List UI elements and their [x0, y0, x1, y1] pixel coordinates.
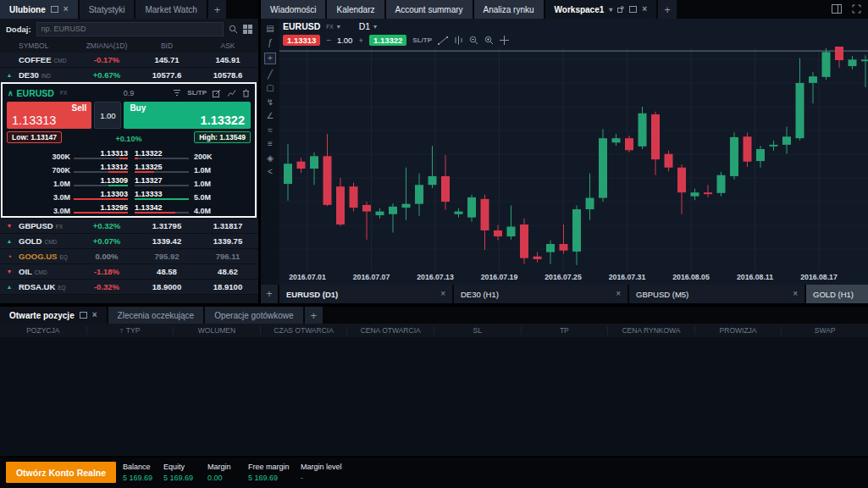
- chart-tab-de30[interactable]: DE30 (H1) ×: [454, 285, 628, 303]
- tab-workspace1[interactable]: Workspace1 ▾ ×: [545, 0, 657, 19]
- watchlist-row-de30[interactable]: ▲ DE30IND +0.67% 10577.6 10578.6: [0, 68, 258, 83]
- ask-depth-bar[interactable]: 1.13322: [135, 149, 189, 162]
- chevron-down-icon[interactable]: ▾: [609, 6, 612, 14]
- chart-buy-button[interactable]: 1.13322: [369, 35, 406, 46]
- chart-sell-button[interactable]: 1.13313: [283, 35, 320, 46]
- layout-icon[interactable]: [832, 4, 842, 14]
- chart-tab-gbpusd[interactable]: GBPUSD (M5) ×: [629, 285, 804, 303]
- candle[interactable]: [284, 164, 292, 184]
- bid-depth-bar[interactable]: 1.13313: [74, 149, 128, 162]
- close-icon[interactable]: ×: [609, 290, 621, 298]
- watchlist-row-gbpusd[interactable]: ▼ GBPUSDFX +0.32% 1.31795 1.31817: [0, 219, 258, 234]
- angle-tool-icon[interactable]: ∠: [267, 112, 274, 120]
- watchlist-row-oil[interactable]: ▼ OILCMD -1.18% 48.58 48.62: [0, 264, 258, 280]
- volume-stepper[interactable]: 1.00: [94, 102, 121, 129]
- sltp-button[interactable]: SL/TP: [412, 36, 432, 44]
- rectangle-tool-icon[interactable]: ▢: [266, 84, 274, 92]
- market-depth-icon[interactable]: [173, 89, 181, 97]
- candle[interactable]: [428, 176, 437, 185]
- candle[interactable]: [534, 257, 542, 259]
- candle[interactable]: [665, 154, 673, 168]
- chevron-down-icon[interactable]: ▾: [337, 23, 340, 30]
- ask-depth-bar[interactable]: 1.13342: [135, 203, 189, 216]
- add-workspace-tab-button[interactable]: +: [658, 0, 677, 19]
- candle[interactable]: [336, 186, 345, 225]
- timeframe-selector[interactable]: D1: [359, 21, 370, 31]
- tab-ulubione[interactable]: Ulubione ×: [0, 0, 78, 19]
- filter-icon[interactable]: T: [119, 328, 123, 334]
- tab-wiadomosci[interactable]: Wiadomości: [261, 0, 325, 19]
- column-swap[interactable]: SWAP: [782, 326, 868, 335]
- candle[interactable]: [520, 225, 528, 258]
- volume-profile-icon[interactable]: ≡: [268, 140, 273, 148]
- sltp-button[interactable]: SL/TP: [187, 89, 207, 97]
- wave-tool-icon[interactable]: ≈: [268, 126, 273, 135]
- bid-value[interactable]: 10577.6: [136, 70, 197, 80]
- bid-value[interactable]: 1.31795: [136, 221, 197, 230]
- bid-depth-bar[interactable]: 1.13312: [74, 163, 128, 175]
- candle[interactable]: [362, 205, 371, 212]
- symbol-search-input[interactable]: [36, 22, 224, 36]
- bid-value[interactable]: 18.9000: [136, 282, 197, 291]
- objects-icon[interactable]: ◈: [267, 154, 274, 163]
- chart-symbol[interactable]: EURUSD: [283, 21, 320, 31]
- chart-tab-eurusd[interactable]: EURUSD (D1) ×: [279, 285, 452, 303]
- chevron-down-icon[interactable]: ▾: [373, 23, 377, 30]
- bid-depth-bar[interactable]: 1.13309: [74, 176, 128, 189]
- candle[interactable]: [310, 156, 318, 169]
- close-icon[interactable]: ×: [92, 311, 97, 319]
- tab-account-summary[interactable]: Account summary: [386, 0, 473, 19]
- candle[interactable]: [350, 186, 358, 208]
- column-symbol[interactable]: SYMBOL: [0, 42, 77, 50]
- ask-value[interactable]: 18.9100: [197, 282, 258, 291]
- ask-value[interactable]: 1339.75: [197, 236, 258, 246]
- tab-market-watch[interactable]: Market Watch: [135, 0, 206, 19]
- candle[interactable]: [297, 162, 306, 169]
- candle[interactable]: [677, 168, 686, 192]
- candle[interactable]: [639, 114, 647, 147]
- ask-depth-bar[interactable]: 1.13333: [135, 190, 189, 202]
- candle[interactable]: [691, 192, 699, 196]
- candle[interactable]: [572, 209, 581, 252]
- buy-button[interactable]: Buy 1.13322: [124, 102, 251, 129]
- restore-window-icon[interactable]: [80, 312, 87, 319]
- tab-operacje-gotowkowe[interactable]: Operacje gotówkowe: [205, 307, 302, 324]
- candle[interactable]: [704, 192, 712, 194]
- bid-value[interactable]: 795.92: [136, 252, 197, 261]
- column-typ[interactable]: TTYP: [87, 326, 174, 335]
- bid-depth-bar[interactable]: 1.13303: [74, 190, 128, 202]
- popout-icon[interactable]: [617, 6, 624, 13]
- candle[interactable]: [560, 244, 568, 251]
- ask-value[interactable]: 1.31817: [197, 221, 258, 230]
- close-icon[interactable]: ×: [64, 5, 69, 14]
- candle[interactable]: [507, 227, 516, 237]
- share-icon[interactable]: <: [268, 168, 273, 176]
- watchlist-row-gold[interactable]: ▲ GOLDCMD +0.07% 1339.42 1339.75: [0, 234, 258, 249]
- trend-line-icon[interactable]: [438, 36, 448, 45]
- candle[interactable]: [822, 52, 831, 76]
- candle[interactable]: [861, 59, 868, 61]
- tab-otwarte-pozycje[interactable]: Otwarte pozycje ×: [0, 307, 107, 324]
- candlestick-chart[interactable]: [279, 47, 868, 271]
- zigzag-tool-icon[interactable]: ↯: [267, 98, 274, 107]
- sell-button[interactable]: Sell 1.13313: [7, 102, 91, 129]
- add-positions-tab-button[interactable]: +: [305, 307, 323, 324]
- column-tp[interactable]: TP: [522, 326, 609, 335]
- column-change[interactable]: ZMIANA(1D): [77, 42, 136, 50]
- column-wolumen[interactable]: WOLUMEN: [174, 326, 261, 335]
- delete-icon[interactable]: [242, 89, 250, 97]
- candle[interactable]: [323, 156, 332, 205]
- restore-window-icon[interactable]: [629, 6, 637, 13]
- candle[interactable]: [586, 198, 594, 209]
- ask-depth-bar[interactable]: 1.13325: [135, 163, 189, 175]
- edit-order-icon[interactable]: [213, 89, 221, 97]
- candle[interactable]: [744, 136, 752, 161]
- candle[interactable]: [625, 138, 633, 150]
- bid-value[interactable]: 1339.42: [136, 236, 197, 246]
- candle[interactable]: [849, 59, 857, 66]
- column-cena-rynkowa[interactable]: CENA RYNKOWA: [608, 326, 695, 335]
- tab-kalendarz[interactable]: Kalendarz: [327, 0, 384, 19]
- column-czas-otwarcia[interactable]: CZAS OTWARCIA: [261, 326, 348, 335]
- column-pozycja[interactable]: POZYCJA: [0, 326, 87, 335]
- search-icon[interactable]: [229, 25, 238, 34]
